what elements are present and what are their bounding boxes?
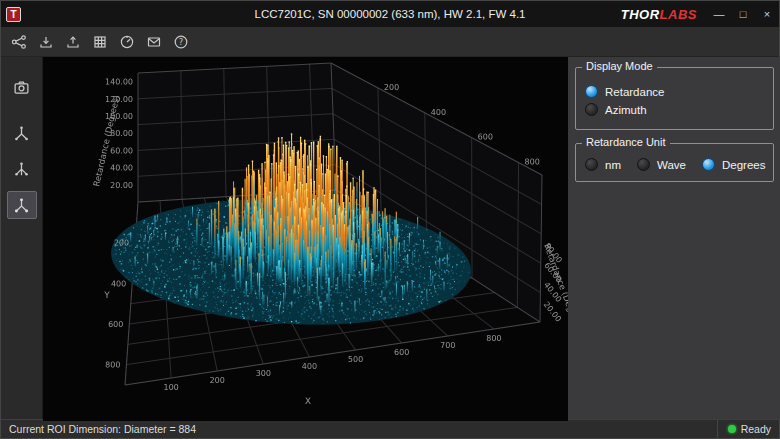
ready-status: Ready [717, 420, 771, 438]
status-bar: Current ROI Dimension: Diameter = 884 Re… [1, 419, 779, 438]
side-toolbar [1, 57, 43, 419]
lut-grid-button[interactable] [88, 30, 112, 54]
help-icon: ? [173, 34, 189, 50]
view-3d-icon [13, 125, 30, 142]
plot-area [43, 57, 568, 419]
logo-labs: LABS [660, 7, 697, 22]
ready-label: Ready [741, 423, 771, 435]
help-button[interactable]: ? [169, 30, 193, 54]
radio-label: Retardance [605, 86, 664, 98]
svg-text:?: ? [179, 37, 184, 47]
minimize-button[interactable]: — [707, 1, 731, 27]
close-button[interactable]: × [755, 1, 779, 27]
title-bar: T LCC7201C, SN 00000002 (633 nm), HW 2.1… [1, 1, 779, 27]
retardance-unit-options: nm Wave Degrees [585, 156, 764, 173]
radio-wave[interactable]: Wave [637, 158, 686, 171]
main-toolbar: ? [1, 27, 779, 57]
view-3d-button-2[interactable] [7, 155, 37, 183]
connect-button[interactable] [7, 30, 31, 54]
export-icon [38, 34, 54, 50]
radio-degrees[interactable]: Degrees [702, 158, 765, 171]
settings-panel: Display Mode Retardance Azimuth Retardan… [568, 57, 780, 419]
retardance-unit-group: Retardance Unit nm Wave Degrees [575, 143, 774, 182]
roi-dimension-text: Current ROI Dimension: Diameter = 884 [9, 423, 196, 435]
view-3d-icon [13, 197, 30, 214]
view-3d-icon [13, 161, 30, 178]
radio-button-icon [585, 158, 598, 171]
radio-button-icon [702, 158, 715, 171]
radio-retardance[interactable]: Retardance [585, 85, 764, 98]
radio-button-icon [637, 158, 650, 171]
radio-label: Azimuth [605, 104, 647, 116]
camera-icon [13, 79, 30, 96]
radio-label: Degrees [722, 159, 765, 171]
gauge-icon [119, 34, 135, 50]
ready-indicator-icon [728, 425, 736, 433]
display-mode-group: Display Mode Retardance Azimuth [575, 67, 774, 130]
retardance-3d-plot[interactable] [43, 57, 568, 421]
radio-label: nm [605, 159, 621, 171]
app-icon-letter: T [10, 9, 16, 20]
snapshot-button[interactable] [7, 73, 37, 101]
view-3d-button-1[interactable] [7, 119, 37, 147]
content-area: Display Mode Retardance Azimuth Retardan… [1, 57, 779, 419]
feedback-button[interactable] [142, 30, 166, 54]
view-3d-button-3[interactable] [7, 191, 37, 219]
window-controls: — □ × [707, 1, 779, 27]
radio-button-icon [585, 103, 598, 116]
app-icon: T [6, 7, 21, 22]
radio-button-icon [585, 85, 598, 98]
maximize-button[interactable]: □ [731, 1, 755, 27]
logo-thor: THOR [621, 7, 660, 22]
thorlabs-logo: THORLABS [621, 7, 707, 22]
import-icon [65, 34, 81, 50]
connect-icon [11, 34, 27, 50]
radio-azimuth[interactable]: Azimuth [585, 103, 764, 116]
app-window: T LCC7201C, SN 00000002 (633 nm), HW 2.1… [0, 0, 780, 439]
radio-label: Wave [657, 159, 686, 171]
retardance-unit-title: Retardance Unit [582, 136, 670, 148]
export-button[interactable] [34, 30, 58, 54]
grid-icon [92, 34, 108, 50]
gauge-button[interactable] [115, 30, 139, 54]
display-mode-title: Display Mode [582, 60, 657, 72]
mail-icon [146, 34, 162, 50]
radio-nm[interactable]: nm [585, 158, 621, 171]
import-button[interactable] [61, 30, 85, 54]
